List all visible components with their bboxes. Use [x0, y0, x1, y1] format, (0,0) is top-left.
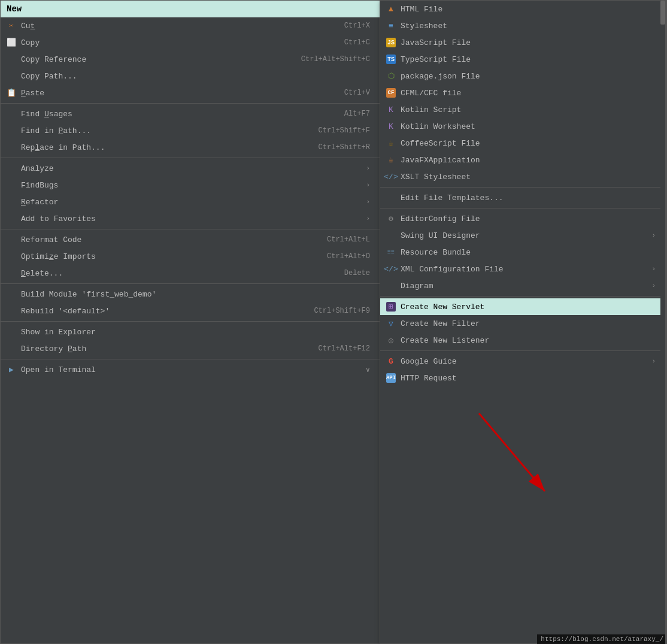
replace-icon [7, 143, 16, 152]
http-request-label: HTTP Request [401, 374, 457, 383]
menu-item-html-file[interactable]: ▲ HTML File [380, 1, 665, 17]
delete-shortcut: Delete [344, 269, 370, 277]
menu-item-google-guice[interactable]: G Google Guice › [380, 353, 665, 370]
menu-item-create-servlet[interactable]: ⊞ Create New Servlet [380, 298, 665, 315]
js-icon: JS [386, 38, 396, 47]
menu-item-reformat-code[interactable]: Reformat Code Ctrl+Alt+L [1, 231, 380, 248]
menu-item-delete[interactable]: Delete... Delete [1, 265, 380, 282]
find-in-path-shortcut: Ctrl+Shift+F [319, 126, 370, 135]
html-file-label: HTML File [401, 5, 442, 14]
kotlin-script-icon: K [386, 105, 396, 114]
html-icon: ▲ [386, 4, 396, 14]
menu-item-javafx[interactable]: ☕ JavaFXApplication [380, 152, 665, 168]
create-listener-label: Create New Listener [401, 336, 489, 345]
http-icon: API [386, 373, 396, 383]
edit-templates-label: Edit File Templates... [401, 193, 504, 202]
refactor-arrow: › [366, 198, 370, 205]
copy-icon: ⬜ [7, 38, 16, 47]
filter-icon: ▽ [386, 319, 396, 328]
menu-item-kotlin-script[interactable]: K Kotlin Script [380, 101, 665, 118]
directory-path-shortcut: Ctrl+Alt+F12 [319, 344, 370, 353]
analyze-label: Analyze [21, 164, 54, 173]
menu-item-refactor[interactable]: Refactor › [1, 193, 380, 210]
xml-icon: </> [386, 264, 396, 274]
left-context-menu: New ✂ Cut Ctrl+X ⬜ Copy Ctrl+C Copy Refe… [0, 0, 380, 644]
cut-label: Cut [21, 22, 35, 31]
menu-item-editorconfig[interactable]: ⚙ EditorConfig File [380, 210, 665, 227]
menu-item-replace-in-path[interactable]: Replace in Path... Ctrl+Shift+R [1, 139, 380, 156]
menu-item-xml-config[interactable]: </> XML Configuration File › [380, 261, 665, 277]
create-servlet-label: Create New Servlet [401, 303, 484, 312]
copy-reference-shortcut: Ctrl+Alt+Shift+C [301, 55, 370, 64]
menu-item-findbugs[interactable]: FindBugs › [1, 177, 380, 193]
menu-item-show-explorer[interactable]: Show in Explorer [1, 323, 380, 340]
menu-item-create-filter[interactable]: ▽ Create New Filter [380, 315, 665, 332]
copy-reference-label: Copy Reference [21, 55, 86, 64]
menu-item-cut[interactable]: ✂ Cut Ctrl+X [1, 17, 380, 34]
diagram-label: Diagram [401, 282, 433, 291]
divider-6 [1, 359, 380, 359]
edit-templates-icon [386, 193, 396, 202]
coffee-icon: ☕ [386, 138, 396, 148]
replace-in-path-shortcut: Ctrl+Shift+R [319, 143, 370, 152]
menu-item-paste[interactable]: 📋 Paste Ctrl+V [1, 84, 380, 101]
menu-item-directory-path[interactable]: Directory Path Ctrl+Alt+F12 [1, 340, 380, 357]
menu-item-open-terminal[interactable]: ▶ Open in Terminal ∨ [1, 361, 380, 378]
divider-1 [1, 103, 380, 104]
menu-item-diagram[interactable]: Diagram › [380, 277, 665, 294]
resource-bundle-label: Resource Bundle [401, 248, 471, 257]
menu-item-xslt[interactable]: </> XSLT Stylesheet [380, 168, 665, 185]
menu-header-new[interactable]: New [1, 1, 380, 17]
javafx-icon: ☕ [386, 155, 396, 165]
menu-item-resource-bundle[interactable]: ≡≡ Resource Bundle [380, 244, 665, 261]
create-filter-label: Create New Filter [401, 319, 480, 328]
menu-item-rebuild[interactable]: Rebuild '<default>' Ctrl+Shift+F9 [1, 303, 380, 319]
favorites-icon [7, 214, 16, 223]
cfml-file-label: CFML/CFC file [401, 89, 461, 98]
menu-item-js-file[interactable]: JS JavaScript File [380, 34, 665, 51]
find-usages-label: Find Usages [21, 110, 72, 119]
reformat-icon [7, 235, 16, 244]
menu-item-kotlin-worksheet[interactable]: K Kotlin Worksheet [380, 118, 665, 135]
menu-item-find-in-path[interactable]: Find in Path... Ctrl+Shift+F [1, 122, 380, 139]
build-icon [7, 289, 16, 299]
menu-item-stylesheet[interactable]: ≡ Stylesheet [380, 17, 665, 34]
terminal-icon: ▶ [7, 365, 16, 374]
menu-item-ts-file[interactable]: TS TypeScript File [380, 51, 665, 68]
menu-item-analyze[interactable]: Analyze › [1, 160, 380, 177]
new-label: New [7, 4, 22, 14]
right-context-menu: ▲ HTML File ≡ Stylesheet JS JavaScript F… [380, 0, 666, 644]
kotlin-worksheet-icon: K [386, 122, 396, 131]
explorer-icon [7, 327, 16, 337]
rebuild-label: Rebuild '<default>' [21, 307, 110, 316]
listener-icon: ◎ [386, 335, 396, 345]
xslt-icon: </> [386, 172, 396, 182]
menu-item-edit-templates[interactable]: Edit File Templates... [380, 189, 665, 206]
xml-config-label: XML Configuration File [401, 265, 504, 274]
replace-in-path-label: Replace in Path... [21, 143, 105, 152]
menu-item-add-to-favorites[interactable]: Add to Favorites › [1, 210, 380, 227]
menu-item-http-request[interactable]: API HTTP Request [380, 370, 665, 386]
swing-designer-label: Swing UI Designer [401, 231, 480, 240]
divider-4 [1, 283, 380, 284]
package-json-label: package.json File [401, 72, 480, 81]
menu-item-swing-designer[interactable]: Swing UI Designer › [380, 227, 665, 244]
menu-item-build-module[interactable]: Build Module 'first_web_demo' [1, 286, 380, 303]
menu-item-package-json[interactable]: ⬡ package.json File [380, 68, 665, 84]
paste-shortcut: Ctrl+V [344, 89, 370, 97]
kotlin-worksheet-label: Kotlin Worksheet [401, 122, 475, 131]
google-icon: G [386, 356, 396, 366]
menu-item-optimize-imports[interactable]: Optimize Imports Ctrl+Alt+O [1, 248, 380, 265]
menu-item-copy[interactable]: ⬜ Copy Ctrl+C [1, 34, 380, 51]
nodejs-icon: ⬡ [386, 71, 396, 81]
copy-shortcut: Ctrl+C [344, 38, 370, 47]
menu-item-create-listener[interactable]: ◎ Create New Listener [380, 332, 665, 349]
directory-icon [7, 344, 16, 353]
menu-item-find-usages[interactable]: Find Usages Alt+F7 [1, 105, 380, 122]
menu-item-copy-reference[interactable]: Copy Reference Ctrl+Alt+Shift+C [1, 51, 380, 68]
scrollbar[interactable] [660, 1, 665, 644]
menu-item-coffeescript[interactable]: ☕ CoffeeScript File [380, 135, 665, 152]
menu-item-copy-path[interactable]: Copy Path... [1, 68, 380, 84]
optimize-imports-label: Optimize Imports [21, 252, 96, 261]
menu-item-cfml-file[interactable]: CF CFML/CFC file [380, 84, 665, 101]
